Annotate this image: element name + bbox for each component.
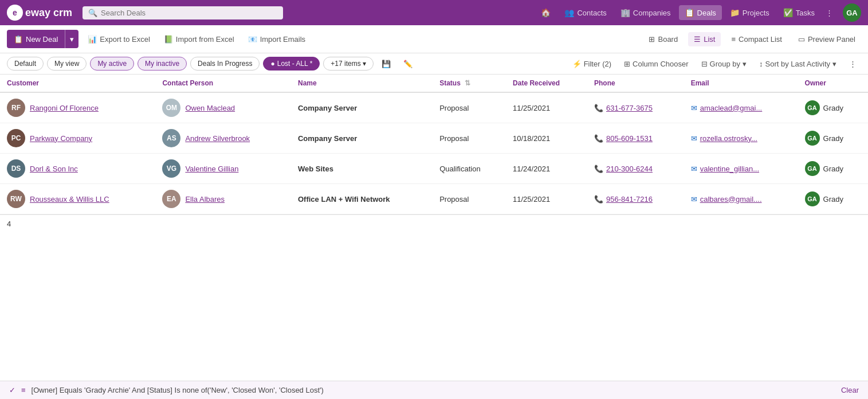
group-by-icon: ⊟ bbox=[701, 60, 708, 68]
import-excel-button[interactable]: 📗 Import from Excel bbox=[159, 33, 239, 46]
import-emails-icon: 📧 bbox=[248, 35, 257, 44]
filter-deals-progress[interactable]: Deals In Progress bbox=[190, 57, 260, 71]
email-link[interactable]: valentine_gillian... bbox=[700, 165, 759, 173]
status-value: Proposal bbox=[439, 195, 469, 204]
nav-deals-label: Deals bbox=[697, 9, 716, 17]
email-link[interactable]: amaclead@gmai... bbox=[700, 104, 763, 112]
col-customer[interactable]: Customer bbox=[0, 75, 155, 92]
filter-my-active[interactable]: My active bbox=[90, 57, 134, 71]
list-view-button[interactable]: ☰ List bbox=[688, 32, 721, 46]
customer-avatar: RF bbox=[7, 99, 25, 117]
col-owner[interactable]: Owner bbox=[798, 75, 868, 92]
customer-link[interactable]: Dorl & Son Inc bbox=[30, 165, 78, 173]
board-view-button[interactable]: ⊞ Board bbox=[643, 32, 684, 46]
import-excel-icon: 📗 bbox=[164, 35, 173, 44]
table-row[interactable]: DS Dorl & Son Inc VG Valentine Gillian W… bbox=[0, 154, 868, 184]
owner-name: Grady bbox=[823, 195, 843, 204]
logo-text: eway crm bbox=[25, 7, 72, 19]
phone-cell: 📞 956-841-7216 bbox=[587, 184, 684, 214]
contact-link[interactable]: Owen Maclead bbox=[185, 104, 235, 112]
nav-contacts[interactable]: 👥 Contacts bbox=[559, 5, 612, 20]
sort-button[interactable]: ↕ Sort by Last Activity ▾ bbox=[755, 57, 841, 71]
status-cell: Proposal bbox=[433, 184, 506, 214]
customer-cell: PC Parkway Company bbox=[0, 123, 155, 154]
deals-table-container: Customer Contact Person Name Status ⇅ Da… bbox=[0, 75, 868, 233]
import-emails-button[interactable]: 📧 Import Emails bbox=[243, 33, 310, 46]
more-options-button[interactable]: ⋮ bbox=[845, 57, 861, 71]
phone-link[interactable]: 956-841-7216 bbox=[606, 195, 653, 204]
import-emails-label: Import Emails bbox=[260, 35, 305, 44]
contact-link[interactable]: Valentine Gillian bbox=[185, 165, 238, 173]
user-avatar[interactable]: GA bbox=[843, 3, 861, 22]
group-by-button[interactable]: ⊟ Group by ▾ bbox=[697, 57, 751, 71]
owner-avatar: GA bbox=[805, 100, 820, 115]
phone-icon: 📞 bbox=[594, 104, 603, 112]
phone-link[interactable]: 805-609-1531 bbox=[606, 134, 653, 143]
col-phone[interactable]: Phone bbox=[587, 75, 684, 92]
customer-cell: RF Rangoni Of Florence bbox=[0, 92, 155, 123]
search-input[interactable] bbox=[101, 9, 277, 17]
nav-more[interactable]: ⋮ bbox=[823, 6, 836, 20]
contact-link[interactable]: Ella Albares bbox=[185, 195, 225, 204]
filter-default[interactable]: Default bbox=[7, 57, 44, 71]
preview-panel-button[interactable]: ▭ Preview Panel bbox=[792, 32, 861, 46]
filter-my-view[interactable]: My view bbox=[47, 57, 87, 71]
col-status-label: Status bbox=[439, 79, 461, 87]
owner-name: Grady bbox=[823, 134, 843, 143]
email-link[interactable]: rozella.ostrosky... bbox=[700, 134, 757, 143]
nav-companies[interactable]: 🏢 Companies bbox=[615, 5, 677, 20]
email-link[interactable]: calbares@gmail.... bbox=[700, 195, 762, 204]
filter-my-inactive-label: My inactive bbox=[145, 60, 179, 68]
status-cell: Proposal bbox=[433, 92, 506, 123]
filter-more-items-label: +17 items bbox=[331, 60, 360, 68]
nav-companies-label: Companies bbox=[633, 9, 671, 17]
email-cell: ✉ calbares@gmail.... bbox=[684, 184, 798, 214]
nav-tasks[interactable]: ✅ Tasks bbox=[777, 5, 820, 20]
col-contact[interactable]: Contact Person bbox=[155, 75, 291, 92]
owner-avatar: GA bbox=[805, 191, 820, 206]
date-cell: 11/24/2021 bbox=[506, 154, 587, 184]
compact-list-button[interactable]: ≡ Compact List bbox=[725, 32, 787, 46]
phone-icon: 📞 bbox=[594, 165, 603, 173]
board-label: Board bbox=[658, 35, 678, 44]
col-email[interactable]: Email bbox=[684, 75, 798, 92]
export-excel-button[interactable]: 📊 Export to Excel bbox=[83, 33, 154, 46]
search-icon: 🔍 bbox=[88, 9, 97, 17]
col-name[interactable]: Name bbox=[291, 75, 433, 92]
new-deal-caret[interactable]: ▾ bbox=[65, 30, 78, 48]
filter-lost-all[interactable]: ● Lost - ALL * bbox=[263, 57, 320, 71]
owner-cell: GA Grady bbox=[798, 123, 868, 154]
logo[interactable]: e eway crm bbox=[7, 5, 72, 21]
customer-link[interactable]: Rousseaux & Willis LLC bbox=[30, 195, 109, 204]
tasks-icon: ✅ bbox=[783, 8, 793, 17]
column-chooser-label: Column Chooser bbox=[633, 60, 689, 68]
customer-link[interactable]: Rangoni Of Florence bbox=[30, 104, 99, 112]
nav-home[interactable]: 🏠 bbox=[535, 5, 556, 20]
email-cell: ✉ rozella.ostrosky... bbox=[684, 123, 798, 154]
table-header-row: Customer Contact Person Name Status ⇅ Da… bbox=[0, 75, 868, 92]
filter-my-inactive[interactable]: My inactive bbox=[138, 57, 187, 71]
col-contact-label: Contact Person bbox=[162, 79, 213, 87]
new-deal-button[interactable]: 📋 New Deal ▾ bbox=[7, 30, 78, 48]
phone-link[interactable]: 631-677-3675 bbox=[606, 104, 653, 112]
nav-projects[interactable]: 📁 Projects bbox=[724, 5, 775, 20]
customer-avatar: RW bbox=[7, 190, 25, 208]
phone-link[interactable]: 210-300-6244 bbox=[606, 165, 653, 173]
filter-more-items[interactable]: +17 items ▾ bbox=[323, 57, 374, 71]
table-row[interactable]: RW Rousseaux & Willis LLC EA Ella Albare… bbox=[0, 184, 868, 214]
save-filter-button[interactable]: 💾 bbox=[377, 57, 395, 71]
col-date[interactable]: Date Received bbox=[506, 75, 587, 92]
email-icon: ✉ bbox=[691, 165, 697, 173]
column-chooser-button[interactable]: ⊞ Column Chooser bbox=[619, 57, 693, 71]
filter-button[interactable]: ⚡ Filter (2) bbox=[568, 57, 616, 71]
edit-filter-button[interactable]: ✏️ bbox=[399, 57, 417, 71]
search-box[interactable]: 🔍 bbox=[83, 6, 283, 19]
col-status[interactable]: Status ⇅ bbox=[433, 75, 506, 92]
table-row[interactable]: RF Rangoni Of Florence OM Owen Maclead C… bbox=[0, 92, 868, 123]
table-row[interactable]: PC Parkway Company AS Andrew Silverbrook… bbox=[0, 123, 868, 154]
customer-link[interactable]: Parkway Company bbox=[30, 134, 92, 143]
contact-link[interactable]: Andrew Silverbrook bbox=[185, 134, 250, 143]
date-value: 11/25/2021 bbox=[513, 104, 550, 112]
nav-deals[interactable]: 📋 Deals bbox=[679, 5, 722, 20]
sort-chevron: ▾ bbox=[832, 60, 836, 68]
